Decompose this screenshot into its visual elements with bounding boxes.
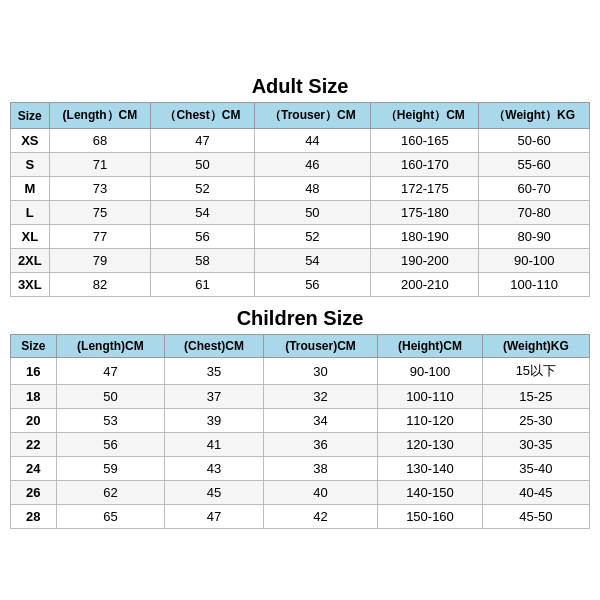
table-row: XL775652180-19080-90 [11,225,590,249]
children-cell-4-4: 130-140 [378,457,483,481]
children-cell-2-1: 53 [56,409,164,433]
adult-cell-6-0: 3XL [11,273,50,297]
table-row: 22564136120-13030-35 [11,433,590,457]
adult-cell-3-5: 70-80 [479,201,590,225]
table-row: 26624540140-15040-45 [11,481,590,505]
children-header-col-5: (Weight)KG [482,335,589,358]
children-cell-6-3: 42 [263,505,377,529]
children-cell-6-5: 45-50 [482,505,589,529]
children-size-table: Size(Length)CM(Chest)CM(Trouser)CM(Heigh… [10,334,590,529]
adult-cell-6-1: 82 [49,273,151,297]
adult-cell-5-2: 58 [151,249,254,273]
table-row: 24594338130-14035-40 [11,457,590,481]
children-cell-1-1: 50 [56,385,164,409]
adult-cell-3-3: 50 [254,201,371,225]
adult-cell-0-4: 160-165 [371,129,479,153]
adult-header-col-5: （Weight）KG [479,103,590,129]
adult-size-title: Adult Size [10,69,590,102]
children-cell-5-5: 40-45 [482,481,589,505]
adult-cell-3-0: L [11,201,50,225]
children-cell-2-0: 20 [11,409,57,433]
adult-cell-4-0: XL [11,225,50,249]
adult-cell-6-2: 61 [151,273,254,297]
children-cell-5-3: 40 [263,481,377,505]
adult-table-body: XS684744160-16550-60S715046160-17055-60M… [11,129,590,297]
children-cell-0-5: 15以下 [482,358,589,385]
adult-cell-6-3: 56 [254,273,371,297]
children-cell-0-2: 35 [165,358,264,385]
children-cell-1-4: 100-110 [378,385,483,409]
adult-cell-0-0: XS [11,129,50,153]
adult-cell-5-1: 79 [49,249,151,273]
children-table-header: Size(Length)CM(Chest)CM(Trouser)CM(Heigh… [11,335,590,358]
adult-cell-1-4: 160-170 [371,153,479,177]
children-cell-3-5: 30-35 [482,433,589,457]
children-header-col-3: (Trouser)CM [263,335,377,358]
adult-cell-1-0: S [11,153,50,177]
children-cell-4-3: 38 [263,457,377,481]
children-cell-4-2: 43 [165,457,264,481]
adult-cell-2-3: 48 [254,177,371,201]
children-cell-6-0: 28 [11,505,57,529]
table-row: S715046160-17055-60 [11,153,590,177]
children-cell-0-0: 16 [11,358,57,385]
children-header-col-0: Size [11,335,57,358]
table-row: XS684744160-16550-60 [11,129,590,153]
children-cell-3-2: 41 [165,433,264,457]
adult-header-col-2: （Chest）CM [151,103,254,129]
table-row: 18503732100-11015-25 [11,385,590,409]
children-cell-2-2: 39 [165,409,264,433]
adult-cell-6-4: 200-210 [371,273,479,297]
children-cell-6-4: 150-160 [378,505,483,529]
table-row: L755450175-18070-80 [11,201,590,225]
adult-cell-6-5: 100-110 [479,273,590,297]
adult-cell-5-0: 2XL [11,249,50,273]
adult-cell-2-2: 52 [151,177,254,201]
adult-cell-4-1: 77 [49,225,151,249]
adult-cell-4-2: 56 [151,225,254,249]
adult-table-header: Size(Length）CM（Chest）CM（Trouser）CM（Heigh… [11,103,590,129]
table-row: 20533934110-12025-30 [11,409,590,433]
children-cell-5-0: 26 [11,481,57,505]
children-cell-4-1: 59 [56,457,164,481]
adult-cell-5-4: 190-200 [371,249,479,273]
adult-cell-0-5: 50-60 [479,129,590,153]
adult-cell-5-3: 54 [254,249,371,273]
children-header-row: Size(Length)CM(Chest)CM(Trouser)CM(Heigh… [11,335,590,358]
children-cell-6-1: 65 [56,505,164,529]
children-header-col-1: (Length)CM [56,335,164,358]
children-cell-0-3: 30 [263,358,377,385]
adult-cell-2-5: 60-70 [479,177,590,201]
children-cell-1-5: 15-25 [482,385,589,409]
children-cell-6-2: 47 [165,505,264,529]
adult-cell-0-1: 68 [49,129,151,153]
children-size-title: Children Size [10,301,590,334]
children-cell-5-1: 62 [56,481,164,505]
adult-cell-3-1: 75 [49,201,151,225]
adult-size-table: Size(Length）CM（Chest）CM（Trouser）CM（Heigh… [10,102,590,297]
adult-header-col-1: (Length）CM [49,103,151,129]
children-cell-2-5: 25-30 [482,409,589,433]
adult-cell-2-4: 172-175 [371,177,479,201]
table-row: 3XL826156200-210100-110 [11,273,590,297]
adult-cell-1-1: 71 [49,153,151,177]
adult-cell-4-5: 80-90 [479,225,590,249]
adult-header-col-0: Size [11,103,50,129]
children-cell-0-1: 47 [56,358,164,385]
adult-cell-4-3: 52 [254,225,371,249]
adult-header-row: Size(Length）CM（Chest）CM（Trouser）CM（Heigh… [11,103,590,129]
adult-cell-4-4: 180-190 [371,225,479,249]
children-cell-4-0: 24 [11,457,57,481]
children-cell-2-3: 34 [263,409,377,433]
table-row: 28654742150-16045-50 [11,505,590,529]
adult-cell-1-2: 50 [151,153,254,177]
adult-cell-2-1: 73 [49,177,151,201]
adult-header-col-3: （Trouser）CM [254,103,371,129]
table-row: 2XL795854190-20090-100 [11,249,590,273]
adult-cell-2-0: M [11,177,50,201]
children-cell-3-3: 36 [263,433,377,457]
children-table-body: 1647353090-10015以下18503732100-11015-2520… [11,358,590,529]
adult-cell-5-5: 90-100 [479,249,590,273]
table-row: M735248172-17560-70 [11,177,590,201]
children-cell-1-2: 37 [165,385,264,409]
